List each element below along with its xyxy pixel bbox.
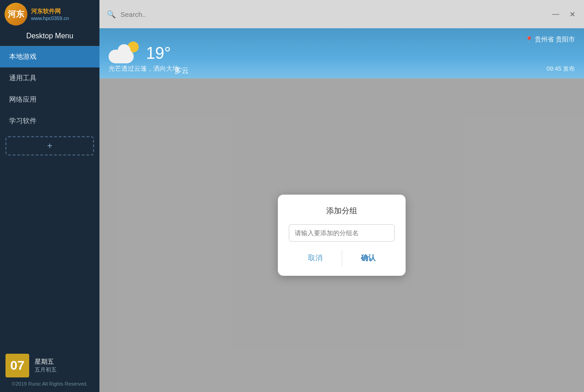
date-day: 07 <box>5 354 29 377</box>
main-content: 🔍 — ✕ 19° 多云 📍 贵州省 贵阳市 光芒透过云篷，洒向大地~ 09:4… <box>99 0 584 392</box>
group-name-input[interactable] <box>289 224 395 242</box>
weather-location: 📍 贵州省 贵阳市 <box>525 36 575 44</box>
modal-overlay[interactable]: 添加分组 取消 确认 <box>99 78 584 392</box>
sidebar-logo: 河东 河东软件网 www.hpc0359.cn <box>0 0 99 28</box>
sidebar-item-learning-software[interactable]: 学习软件 <box>0 110 99 132</box>
content-area: 添加分组 取消 确认 <box>99 78 584 392</box>
weather-slogan: 光芒透过云篷，洒向大地~ <box>109 65 182 73</box>
weather-temperature: 19° <box>146 44 171 63</box>
logo-site: 河东软件网 <box>31 7 69 15</box>
date-weekday: 星期五 <box>35 358 57 366</box>
sidebar-item-network-apps[interactable]: 网络应用 <box>0 89 99 110</box>
sidebar: 河东 河东软件网 www.hpc0359.cn Desktop Menu 本地游… <box>0 0 99 392</box>
date-info: 星期五 五月初五 <box>35 358 57 374</box>
logo-icon: 河东 <box>5 3 27 26</box>
date-lunar: 五月初五 <box>35 366 57 374</box>
minimize-button[interactable]: — <box>551 10 560 19</box>
sidebar-title: Desktop Menu <box>0 28 99 46</box>
weather-time: 09:45 发布 <box>547 65 575 73</box>
titlebar-controls: — ✕ <box>551 10 577 19</box>
add-group-button[interactable]: + <box>5 136 94 155</box>
weather-bar: 19° 多云 📍 贵州省 贵阳市 光芒透过云篷，洒向大地~ 09:45 发布 <box>99 28 584 78</box>
modal-cancel-button[interactable]: 取消 <box>289 250 342 267</box>
close-button[interactable]: ✕ <box>568 10 577 19</box>
search-icon: 🔍 <box>107 10 116 19</box>
modal-title: 添加分组 <box>289 206 395 216</box>
titlebar: 🔍 — ✕ <box>99 0 584 28</box>
date-widget: 07 星期五 五月初五 <box>5 354 94 377</box>
modal-dialog: 添加分组 取消 确认 <box>278 195 406 276</box>
location-pin-icon: 📍 <box>525 36 533 43</box>
copyright-text: ©2019 Runic All Rights Reserved. <box>5 381 94 387</box>
cloud-main <box>109 50 134 63</box>
sidebar-bottom: 07 星期五 五月初五 ©2019 Runic All Rights Reser… <box>0 348 99 392</box>
weather-icon <box>109 40 141 67</box>
modal-buttons: 取消 确认 <box>289 250 395 267</box>
modal-confirm-button[interactable]: 确认 <box>342 250 395 267</box>
sidebar-item-general-tools[interactable]: 通用工具 <box>0 67 99 89</box>
sidebar-item-local-games[interactable]: 本地游戏 <box>0 46 99 67</box>
logo-text-block: 河东软件网 www.hpc0359.cn <box>31 7 69 21</box>
logo-url: www.hpc0359.cn <box>31 15 69 21</box>
search-input[interactable] <box>120 10 547 18</box>
